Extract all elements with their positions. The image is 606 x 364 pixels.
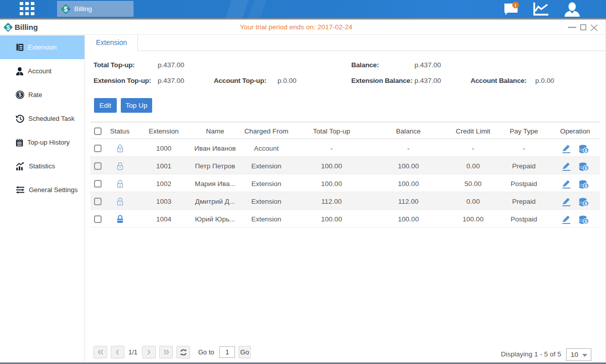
svg-text:$: $ — [584, 201, 587, 206]
svg-text:$: $ — [19, 92, 22, 98]
svg-text:$: $ — [584, 148, 587, 153]
svg-text:$: $ — [584, 165, 587, 171]
svg-text:$: $ — [584, 218, 587, 224]
svg-text:$: $ — [64, 5, 68, 13]
svg-text:$: $ — [584, 183, 587, 189]
svg-text:!: ! — [515, 3, 517, 8]
